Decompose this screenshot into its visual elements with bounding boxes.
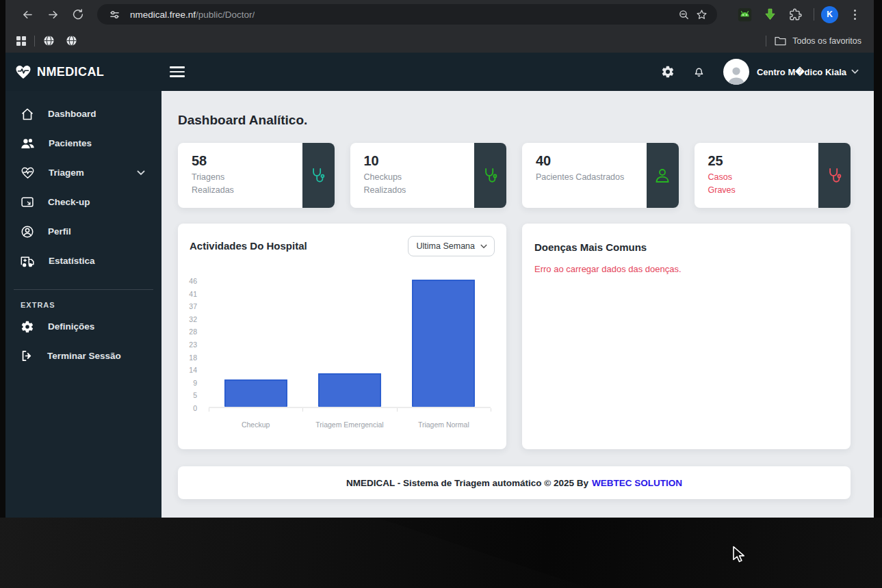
- stat-label: TriagensRealizadas: [192, 171, 294, 198]
- stat-icon-panel: [302, 143, 335, 208]
- logout-icon: [21, 349, 34, 362]
- brand[interactable]: NMEDICAL: [5, 64, 161, 79]
- extension-download-icon[interactable]: [761, 5, 779, 23]
- chart-ytick: 18: [189, 353, 197, 362]
- sidebar-item-estatistica[interactable]: Estatística: [5, 246, 161, 276]
- chart-ytick: 23: [189, 340, 197, 349]
- chevron-down-icon: [480, 244, 487, 249]
- chart-ytick: 41: [189, 290, 197, 298]
- sidebar-item-label: Estatística: [49, 256, 95, 266]
- chart-ytick: 28: [189, 328, 197, 336]
- site-info-icon[interactable]: [105, 5, 123, 23]
- bookmark-globe-icon[interactable]: [43, 35, 55, 46]
- triage-heart-icon: [21, 166, 35, 179]
- chart-ytick: 37: [189, 302, 197, 310]
- chart-xlabel: Checkup: [209, 420, 302, 429]
- sidebar-item-label: Dashboard: [48, 109, 96, 119]
- chart-ytick: 5: [193, 391, 197, 399]
- patients-icon: [21, 137, 35, 150]
- url-host: nmedical.free.nf: [130, 10, 196, 20]
- sidebar-item-terminar-sessao[interactable]: Terminar Sessão: [5, 341, 161, 371]
- chart-title: Actividades Do Hospital: [190, 240, 307, 252]
- chart-ytick: 9: [193, 379, 197, 387]
- user-chevron-icon[interactable]: [851, 69, 859, 75]
- app-header: NMEDICAL Centro M�dico Kiala: [5, 53, 874, 91]
- stat-card-pacientes: 40 Pacientes Cadastrados: [522, 143, 679, 208]
- diseases-title: Doenças Mais Comuns: [534, 241, 835, 253]
- ambulance-icon: [21, 255, 35, 267]
- sidebar-item-label: Perfil: [48, 226, 71, 237]
- sidebar-item-dashboard[interactable]: Dashboard: [5, 99, 161, 129]
- stethoscope-icon: [483, 168, 498, 184]
- stat-card-casos-graves: 25 CasosGraves: [695, 143, 851, 208]
- stat-icon-panel: [474, 143, 506, 208]
- hamburger-menu-icon[interactable]: [170, 66, 185, 77]
- stat-label: CasosGraves: [708, 171, 810, 198]
- gear-icon: [21, 320, 34, 334]
- chart-ytick: 0: [193, 404, 197, 412]
- sidebar-item-label: Triagem: [49, 168, 84, 178]
- extensions-puzzle-icon[interactable]: [786, 5, 804, 23]
- reload-icon[interactable]: [68, 5, 88, 24]
- sidebar-item-triagem[interactable]: Triagem: [5, 158, 161, 187]
- chart-ytick: 32: [189, 315, 197, 323]
- chart-axis-tick: [397, 408, 398, 412]
- stat-icon-panel: [647, 143, 679, 208]
- sidebar-item-perfil[interactable]: Perfil: [5, 217, 161, 246]
- url-text: nmedical.free.nf/public/Doctor/: [130, 10, 255, 20]
- browser-profile-avatar[interactable]: K: [821, 6, 838, 23]
- stat-value: 25: [708, 153, 810, 169]
- bookmark-globe-icon[interactable]: [66, 35, 77, 46]
- chart-bar: [224, 379, 287, 407]
- browser-toolbar: nmedical.free.nf/public/Doctor/ K: [5, 0, 874, 29]
- notifications-bell-icon[interactable]: [692, 65, 705, 79]
- stat-cards-row: 58 TriagensRealizadas 10 CheckupsRealiza…: [178, 143, 851, 208]
- favorites-folder-icon[interactable]: [775, 36, 786, 46]
- bookmark-star-icon[interactable]: [692, 5, 710, 23]
- address-bar[interactable]: nmedical.free.nf/public/Doctor/: [97, 4, 717, 25]
- web-page: NMEDICAL Centro M�dico Kiala: [5, 53, 874, 518]
- back-icon[interactable]: [18, 5, 37, 24]
- browser-menu-icon[interactable]: [846, 5, 863, 23]
- bookmarks-separator: [34, 36, 35, 46]
- chart-axis-tick: [491, 408, 491, 412]
- chevron-down-icon: [137, 170, 145, 176]
- browser-window: nmedical.free.nf/public/Doctor/ K: [5, 0, 874, 518]
- apps-grid-icon[interactable]: [16, 36, 26, 46]
- sidebar-item-definicoes[interactable]: Definições: [5, 312, 161, 341]
- chart-xlabel: Triagem Normal: [397, 420, 491, 429]
- zoom-icon[interactable]: [675, 5, 692, 23]
- stat-value: 10: [364, 153, 466, 169]
- stat-value: 58: [192, 153, 294, 169]
- chart-axis-tick: [209, 408, 209, 412]
- sidebar: Dashboard Pacientes Triagem Check-up Per…: [5, 91, 161, 518]
- footer-text: NMEDICAL - Sistema de Triagem automático…: [346, 478, 588, 488]
- sidebar-item-label: Definições: [48, 321, 94, 332]
- stethoscope-icon: [827, 168, 842, 184]
- checkup-screen-icon: [21, 196, 34, 208]
- chart-xlabel: Triagem Emergencial: [302, 420, 396, 429]
- brand-logo-icon: [15, 64, 31, 79]
- time-range-value: Ultima Semana: [417, 241, 475, 251]
- chart-bar: [412, 280, 475, 407]
- user-name[interactable]: Centro M�dico Kiala: [757, 67, 846, 77]
- favorites-label[interactable]: Todos os favoritos: [792, 36, 861, 46]
- chart-axis-tick: [302, 408, 303, 412]
- footer-link[interactable]: WEBTEC SOLUTION: [592, 478, 682, 488]
- sidebar-item-pacientes[interactable]: Pacientes: [5, 129, 161, 158]
- extension-android-icon[interactable]: [736, 5, 753, 23]
- chart-yticks: 0591418232832374146: [178, 281, 203, 408]
- time-range-select[interactable]: Ultima Semana: [408, 236, 495, 256]
- page-title: Dashboard Analítico.: [178, 113, 851, 128]
- brand-name: NMEDICAL: [37, 65, 104, 79]
- profile-icon: [21, 225, 34, 239]
- settings-gear-icon[interactable]: [661, 65, 675, 79]
- sidebar-item-checkup[interactable]: Check-up: [5, 187, 161, 217]
- hospital-activities-card: Actividades Do Hospital Ultima Semana 05…: [178, 224, 506, 449]
- main-content: Dashboard Analítico. 58 TriagensRealizad…: [161, 91, 874, 518]
- chart-ytick: 46: [189, 277, 197, 285]
- stat-icon-panel: [818, 143, 851, 208]
- user-avatar[interactable]: [723, 59, 749, 85]
- forward-icon[interactable]: [43, 5, 62, 24]
- favorites-separator: [766, 36, 766, 46]
